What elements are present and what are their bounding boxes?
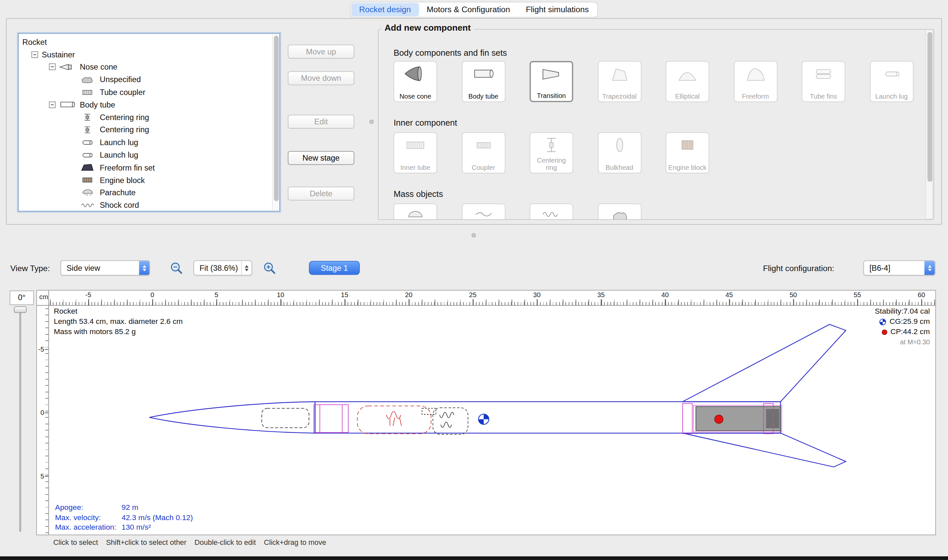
component-button-body-tube[interactable]: Body tube bbox=[462, 61, 505, 102]
tree-item-tube-coupler[interactable]: Tube coupler bbox=[19, 86, 279, 98]
tree-item-label: Sustainer bbox=[42, 50, 75, 59]
component-button-bulkhead[interactable]: Bulkhead bbox=[598, 132, 641, 174]
collapse-icon[interactable] bbox=[49, 101, 56, 108]
top-fin bbox=[682, 325, 846, 402]
tree-item-label: Rocket bbox=[22, 37, 47, 46]
bottom-edge bbox=[0, 556, 948, 560]
move-up-button[interactable]: Move up bbox=[288, 45, 354, 59]
canvas-hints: Click to select Shift+click to select ot… bbox=[53, 538, 326, 547]
rotation-slider-thumb[interactable] bbox=[14, 306, 26, 313]
ruler-unit-label: cm bbox=[37, 291, 49, 306]
shock-cord bbox=[433, 408, 468, 434]
coupler-icon bbox=[472, 136, 495, 156]
tree-item-label: Centering ring bbox=[100, 125, 149, 134]
scrollbar-thumb[interactable] bbox=[927, 32, 932, 182]
tree-item-body-tube[interactable]: Body tube bbox=[19, 98, 279, 111]
delete-button[interactable]: Delete bbox=[288, 187, 354, 200]
rocket-name: Rocket bbox=[54, 306, 183, 317]
move-down-button[interactable]: Move down bbox=[288, 71, 354, 85]
new-stage-button[interactable]: New stage bbox=[288, 151, 354, 165]
tab-flight-simulations[interactable]: Flight simulations bbox=[518, 3, 597, 16]
component-button-label: Body tube bbox=[463, 92, 503, 100]
component-button-freeform[interactable]: Freeform bbox=[734, 61, 777, 102]
inner-tube-icon bbox=[404, 136, 427, 156]
trapezoidal-fin-icon bbox=[608, 65, 631, 85]
flight-summary: Apogee:92 m Max. velocity:42.3 m/s (Mach… bbox=[55, 503, 193, 532]
tree-scrollbar[interactable] bbox=[272, 34, 279, 210]
collapse-icon[interactable] bbox=[31, 51, 38, 58]
splitter-handle[interactable] bbox=[369, 120, 374, 124]
tree-item-parachute[interactable]: Parachute bbox=[19, 186, 279, 199]
cp-marker bbox=[715, 415, 723, 423]
tree-item-rocket[interactable]: Rocket bbox=[19, 35, 279, 48]
component-button-label: Inner tube bbox=[395, 163, 435, 171]
zoom-select[interactable]: Fit (38.6%) bbox=[193, 260, 252, 275]
tube-coupler bbox=[314, 405, 348, 432]
rocket-mass: Mass with motors 85.2 g bbox=[54, 327, 183, 337]
parachute-icon bbox=[79, 188, 96, 197]
component-button-tube-fins[interactable]: Tube fins bbox=[802, 61, 845, 102]
component-button-nose-cone[interactable]: Nose cone bbox=[394, 61, 437, 102]
tree-item-centering-ring-1[interactable]: Centering ring bbox=[19, 111, 279, 124]
flight-configuration-value: [B6-4] bbox=[864, 263, 924, 272]
tree-item-launch-lug-1[interactable]: Launch lug bbox=[19, 136, 279, 149]
edit-button[interactable]: Edit bbox=[288, 115, 354, 129]
component-tree[interactable]: Rocket Sustainer Nose cone Unspecified T… bbox=[18, 33, 280, 211]
component-button-trapezoidal[interactable]: Trapezoidal bbox=[598, 61, 641, 102]
fin-set-icon bbox=[79, 163, 96, 172]
engine-block-icon bbox=[79, 176, 96, 185]
component-button-engine-block[interactable]: Engine block bbox=[666, 132, 709, 174]
component-button-coupler[interactable]: Coupler bbox=[462, 132, 505, 174]
tree-item-label: Unspecified bbox=[100, 75, 141, 84]
ruler-tick-label: 60 bbox=[918, 291, 925, 298]
component-button-mass-1[interactable] bbox=[394, 203, 437, 220]
component-button-inner-tube[interactable]: Inner tube bbox=[394, 132, 437, 174]
section-mass-objects: Mass objects bbox=[394, 189, 443, 198]
zoom-out-button[interactable] bbox=[168, 261, 184, 275]
collapse-icon[interactable] bbox=[49, 64, 56, 70]
rocket-canvas[interactable]: -5 0 5 10 15 20 25 30 35 40 45 50 55 60 … bbox=[36, 290, 936, 535]
ruler-tick-label: 15 bbox=[341, 291, 348, 298]
flight-configuration-select[interactable]: [B6-4] bbox=[863, 260, 936, 275]
component-button-mass-2[interactable] bbox=[462, 203, 505, 220]
tree-item-unspecified[interactable]: Unspecified bbox=[19, 73, 279, 86]
component-button-transition[interactable]: Transition bbox=[530, 61, 573, 102]
internal-components bbox=[262, 404, 782, 434]
component-button-mass-4[interactable] bbox=[598, 203, 641, 220]
view-type-select[interactable]: Side view bbox=[60, 260, 150, 275]
tab-motors-configuration[interactable]: Motors & Configuration bbox=[419, 3, 518, 16]
tree-item-centering-ring-2[interactable]: Centering ring bbox=[19, 124, 279, 136]
ruler-tick-label: 45 bbox=[726, 291, 733, 298]
zoom-in-button[interactable] bbox=[261, 261, 277, 275]
tree-item-shock-cord[interactable]: Shock cord bbox=[19, 199, 279, 211]
centering-ring-icon bbox=[79, 126, 96, 134]
ruler-tick-label: 35 bbox=[597, 291, 604, 298]
tree-item-label: Nose cone bbox=[80, 63, 117, 72]
tree-item-sustainer[interactable]: Sustainer bbox=[19, 48, 279, 61]
component-button-centering-ring[interactable]: Centering ring bbox=[530, 132, 573, 174]
component-button-mass-3[interactable] bbox=[530, 203, 573, 220]
flight-configuration-label: Flight configuration: bbox=[763, 264, 834, 273]
ruler-tick-label: 0 bbox=[151, 291, 154, 298]
ruler-tick-label: 5 bbox=[40, 472, 44, 480]
ruler-tick-label: 55 bbox=[854, 291, 861, 298]
elliptical-fin-icon bbox=[676, 65, 699, 85]
add-panel-scrollbar[interactable] bbox=[926, 30, 933, 219]
tree-item-launch-lug-2[interactable]: Launch lug bbox=[19, 149, 279, 161]
launch-lug-icon bbox=[880, 65, 903, 85]
component-button-launch-lug[interactable]: Launch lug bbox=[870, 61, 913, 102]
tree-item-nose-cone[interactable]: Nose cone bbox=[19, 61, 279, 73]
component-button-label: Bulkhead bbox=[599, 163, 639, 171]
coupler-icon bbox=[79, 88, 96, 97]
panel-splitter-handle[interactable] bbox=[472, 233, 476, 237]
tree-item-freeform-fin-set[interactable]: Freeform fin set bbox=[19, 161, 279, 174]
ruler-tick-label: 25 bbox=[469, 291, 476, 298]
scrollbar-thumb[interactable] bbox=[274, 35, 279, 201]
stage-1-button[interactable]: Stage 1 bbox=[309, 261, 360, 275]
launch-lug-icon bbox=[79, 151, 96, 159]
tree-item-engine-block[interactable]: Engine block bbox=[19, 174, 279, 186]
view-type-value: Side view bbox=[61, 263, 139, 272]
rotation-slider-track[interactable] bbox=[20, 309, 21, 532]
component-button-elliptical[interactable]: Elliptical bbox=[666, 61, 709, 102]
tab-rocket-design[interactable]: Rocket design bbox=[351, 3, 418, 16]
